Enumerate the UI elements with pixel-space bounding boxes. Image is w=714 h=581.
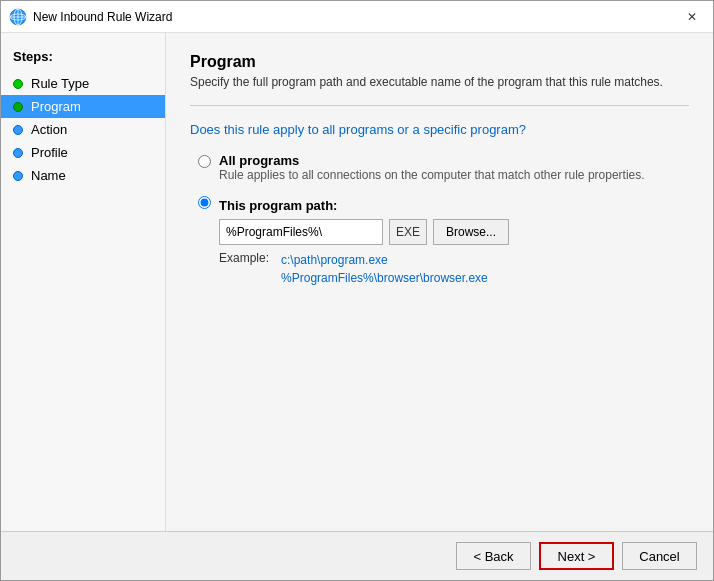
sidebar-item-action[interactable]: Action bbox=[1, 118, 165, 141]
option-path-label-group: This program path: EXE Browse... Example… bbox=[219, 198, 509, 287]
dot-profile bbox=[13, 148, 23, 158]
browse-button[interactable]: Browse... bbox=[433, 219, 509, 245]
divider bbox=[190, 105, 689, 106]
example-line1: c:\path\program.exe bbox=[281, 253, 388, 267]
window-title: New Inbound Rule Wizard bbox=[33, 10, 172, 24]
option-all-label-group: All programs Rule applies to all connect… bbox=[219, 153, 645, 182]
example-line2: %ProgramFiles%\browser\browser.exe bbox=[281, 271, 488, 285]
main-panel: Program Specify the full program path an… bbox=[166, 33, 713, 531]
sidebar-item-program[interactable]: Program bbox=[1, 95, 165, 118]
option-group: All programs Rule applies to all connect… bbox=[190, 153, 689, 287]
radio-this-program-path[interactable] bbox=[198, 196, 211, 209]
cancel-button[interactable]: Cancel bbox=[622, 542, 697, 570]
option-all-desc: Rule applies to all connections on the c… bbox=[219, 168, 645, 182]
option-all-programs-row: All programs Rule applies to all connect… bbox=[198, 153, 689, 182]
sidebar-item-name[interactable]: Name bbox=[1, 164, 165, 187]
title-bar: New Inbound Rule Wizard ✕ bbox=[1, 1, 713, 33]
close-button[interactable]: ✕ bbox=[679, 4, 705, 30]
sidebar-item-rule-type[interactable]: Rule Type bbox=[1, 72, 165, 95]
wizard-window: New Inbound Rule Wizard ✕ Steps: Rule Ty… bbox=[0, 0, 714, 581]
sidebar-label-rule-type: Rule Type bbox=[31, 76, 89, 91]
title-bar-left: New Inbound Rule Wizard bbox=[9, 8, 172, 26]
back-button[interactable]: < Back bbox=[456, 542, 531, 570]
program-path-input-row: EXE Browse... bbox=[219, 219, 509, 245]
dot-program bbox=[13, 102, 23, 112]
example-label: Example: bbox=[219, 251, 269, 287]
footer: < Back Next > Cancel bbox=[1, 531, 713, 580]
dot-rule-type bbox=[13, 79, 23, 89]
sidebar-label-action: Action bbox=[31, 122, 67, 137]
program-path-input[interactable] bbox=[219, 219, 383, 245]
example-paths: c:\path\program.exe %ProgramFiles%\brows… bbox=[281, 251, 488, 287]
steps-label: Steps: bbox=[1, 49, 165, 72]
option-path-label[interactable]: This program path: bbox=[219, 198, 509, 213]
sidebar-label-program: Program bbox=[31, 99, 81, 114]
exe-badge: EXE bbox=[389, 219, 427, 245]
question-text: Does this rule apply to all programs or … bbox=[190, 122, 689, 137]
radio-all-programs[interactable] bbox=[198, 155, 211, 168]
panel-title: Program bbox=[190, 53, 689, 71]
dot-action bbox=[13, 125, 23, 135]
dot-name bbox=[13, 171, 23, 181]
option-all-label[interactable]: All programs bbox=[219, 153, 645, 168]
sidebar: Steps: Rule Type Program Action Profile … bbox=[1, 33, 166, 531]
panel-subtitle: Specify the full program path and execut… bbox=[190, 75, 689, 89]
content-area: Steps: Rule Type Program Action Profile … bbox=[1, 33, 713, 531]
sidebar-item-profile[interactable]: Profile bbox=[1, 141, 165, 164]
sidebar-label-name: Name bbox=[31, 168, 66, 183]
example-row: Example: c:\path\program.exe %ProgramFil… bbox=[219, 251, 509, 287]
next-button[interactable]: Next > bbox=[539, 542, 614, 570]
sidebar-label-profile: Profile bbox=[31, 145, 68, 160]
wizard-icon bbox=[9, 8, 27, 26]
option-path-row: This program path: EXE Browse... Example… bbox=[198, 194, 689, 287]
